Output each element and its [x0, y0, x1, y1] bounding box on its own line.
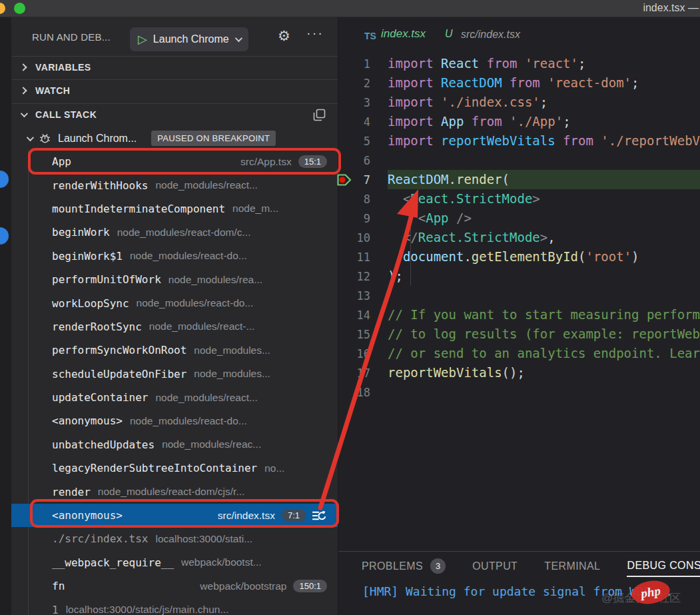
code-line[interactable]: 6: [338, 151, 700, 170]
code-line[interactable]: 3import './index.css';: [338, 93, 700, 112]
code-text: <App />: [388, 209, 700, 228]
code-line[interactable]: 14// If you want to start measuring perf…: [338, 305, 700, 324]
call-stack-frame[interactable]: <anonymous>node_modules/react-do...: [11, 409, 338, 432]
panel-tab-output[interactable]: OUTPUT: [472, 560, 518, 576]
call-stack-frame[interactable]: <anonymous>src/index.tsx7:1: [11, 504, 338, 527]
window-title: index.tsx —: [643, 2, 699, 14]
call-stack-frame[interactable]: updateContainernode_modules/react...: [11, 386, 338, 409]
call-stack-frame[interactable]: rendernode_modules/react-dom/cjs/r...: [11, 480, 338, 503]
panel-tab-problems[interactable]: PROBLEMS3: [362, 558, 446, 578]
call-stack-frame[interactable]: beginWork$1node_modules/react-do...: [11, 245, 338, 268]
code-line[interactable]: 9 <App />: [338, 209, 700, 228]
panel-tab-debug-console[interactable]: DEBUG CONSOLE: [627, 560, 700, 577]
code-text: // or send to an analytics endpoint. Lea…: [388, 344, 700, 363]
frame-location: node_modules/react-dom/cjs/r...: [98, 486, 245, 498]
code-line[interactable]: 1import React from 'react';: [338, 54, 700, 73]
call-stack-frame[interactable]: scheduleUpdateOnFibernode_modules...: [11, 362, 338, 386]
frame-location: node_modules/rea...: [169, 274, 262, 286]
frame-name: renderRootSync: [52, 320, 142, 333]
section-watch[interactable]: WATCH: [11, 79, 338, 102]
section-label: WATCH: [35, 85, 70, 96]
code-line[interactable]: 12);: [338, 267, 700, 286]
editor-pane[interactable]: TS index.tsx U src/index.tsx 1import Rea…: [338, 17, 700, 551]
frame-location: node_modules/react...: [156, 179, 258, 191]
code-line[interactable]: 2import ReactDOM from 'react-dom';: [338, 73, 700, 93]
section-call-stack[interactable]: CALL STACK: [11, 103, 338, 126]
gear-icon[interactable]: ⚙: [278, 28, 290, 44]
code-line[interactable]: 7ReactDOM.render(: [338, 170, 700, 189]
frame-name: <anonymous>: [52, 414, 123, 427]
code-text: [388, 151, 700, 170]
frame-location: node_modules/react-do...: [130, 415, 247, 427]
chevron-down-icon: [27, 133, 34, 141]
code-line[interactable]: 4import App from './App';: [338, 112, 700, 131]
frame-location: node_modules/reac...: [162, 438, 261, 450]
call-stack-frame[interactable]: mountIndeterminateComponentnode_m...: [11, 197, 338, 221]
more-actions-icon[interactable]: ···: [306, 25, 324, 41]
code-line[interactable]: 16// or send to an analytics endpoint. L…: [338, 344, 700, 363]
line-number: 13: [338, 289, 388, 303]
line-number: 18: [338, 386, 388, 399]
line-number: 14: [338, 308, 388, 322]
code-line[interactable]: 18: [338, 382, 700, 402]
code-area[interactable]: 1import React from 'react';2import React…: [338, 54, 700, 402]
call-stack-frame[interactable]: 1localhost:3000/static/js/main.chun...: [11, 598, 338, 615]
frame-name: scheduleUpdateOnFiber: [52, 368, 186, 380]
code-line[interactable]: 15// to log results (for example: report…: [338, 324, 700, 344]
line-number: 15: [338, 328, 388, 341]
vscode-window: index.tsx — RUN AND DEB... ▷ Launch Chro…: [0, 0, 700, 615]
paused-on-breakpoint-badge: PAUSED ON BREAKPOINT: [151, 131, 276, 146]
maximize-traffic-light[interactable]: [14, 3, 25, 14]
restart-frame-icon[interactable]: [312, 510, 327, 522]
call-stack-frame[interactable]: Appsrc/App.tsx15:1: [11, 150, 338, 173]
code-text: import reportWebVitals from './reportWeb…: [388, 131, 700, 151]
launch-config-button[interactable]: ▷ Launch Chrome: [130, 27, 248, 51]
editor-tab-row: TS index.tsx U src/index.tsx: [338, 27, 700, 48]
code-line[interactable]: 8 <React.StrictMode>: [338, 189, 700, 209]
call-stack-frame[interactable]: legacyRenderSubtreeIntoContainerno...: [11, 456, 338, 480]
frame-name: render: [52, 486, 91, 498]
code-text: reportWebVitals();: [388, 363, 700, 382]
call-stack-frame[interactable]: renderRootSyncnode_modules/react-...: [11, 315, 338, 338]
code-text: import App from './App';: [388, 112, 700, 131]
breadcrumb[interactable]: src/index.tsx: [461, 29, 520, 41]
frame-location: node_modules/react-...: [149, 320, 255, 332]
chevron-down-icon: [21, 110, 28, 117]
code-line[interactable]: 11 document.getElementById('root'): [338, 247, 700, 267]
code-line[interactable]: 5import reportWebVitals from './reportWe…: [338, 131, 700, 151]
call-stack-frame[interactable]: ./src/index.tsxlocalhost:3000/stati...: [11, 527, 338, 550]
call-stack-frame[interactable]: performSyncWorkOnRootnode_modules...: [11, 338, 338, 362]
minimize-traffic-light[interactable]: [0, 3, 5, 14]
call-stack-frame[interactable]: performUnitOfWorknode_modules/rea...: [11, 268, 338, 291]
debug-console-output[interactable]: [HMR] Waiting for update signal from WDS…: [362, 584, 673, 598]
frame-name: renderWithHooks: [52, 179, 149, 192]
call-stack-frame[interactable]: __webpack_require__webpack/bootst...: [11, 551, 338, 574]
code-line[interactable]: 10 </React.StrictMode>,: [338, 228, 700, 247]
section-variables[interactable]: VARIABLES: [11, 56, 338, 79]
panel-tab-terminal[interactable]: TERMINAL: [544, 560, 600, 576]
panel-tab-label: DEBUG CONSOLE: [627, 560, 700, 572]
run-and-debug-sidebar: RUN AND DEB... ▷ Launch Chrome ⚙ ··· VAR…: [11, 17, 338, 615]
code-text: document.getElementById('root'): [388, 247, 700, 267]
frame-name: fn: [52, 580, 65, 592]
debug-session-row[interactable]: Launch Chrom... PAUSED ON BREAKPOINT: [11, 127, 338, 150]
code-text: ReactDOM.render(: [388, 170, 700, 189]
copy-call-stack-icon[interactable]: [313, 109, 326, 121]
call-stack-frame[interactable]: workLoopSyncnode_modules/react-do...: [11, 291, 338, 314]
frame-line-col-badge: 15:1: [298, 155, 327, 168]
line-number: 3: [338, 96, 388, 109]
code-line[interactable]: 13: [338, 286, 700, 305]
breakpoint-current-line-icon[interactable]: [336, 172, 353, 188]
section-label: CALL STACK: [35, 109, 97, 120]
panel-tab-label: TERMINAL: [544, 560, 600, 572]
frame-name: beginWork: [52, 226, 110, 239]
call-stack-frame[interactable]: renderWithHooksnode_modules/react...: [11, 173, 338, 197]
call-stack-frame[interactable]: beginWorknode_modules/react-dom/c...: [11, 221, 338, 244]
frame-name: beginWork$1: [52, 250, 123, 263]
frame-location: node_m...: [232, 203, 278, 215]
frame-name: __webpack_require__: [52, 556, 174, 569]
call-stack-frame[interactable]: unbatchedUpdatesnode_modules/reac...: [11, 433, 338, 456]
call-stack-frame[interactable]: fnwebpack/bootstrap150:1: [11, 574, 338, 598]
code-line[interactable]: 17reportWebVitals();: [338, 363, 700, 382]
editor-tab-filename[interactable]: index.tsx: [381, 27, 426, 41]
